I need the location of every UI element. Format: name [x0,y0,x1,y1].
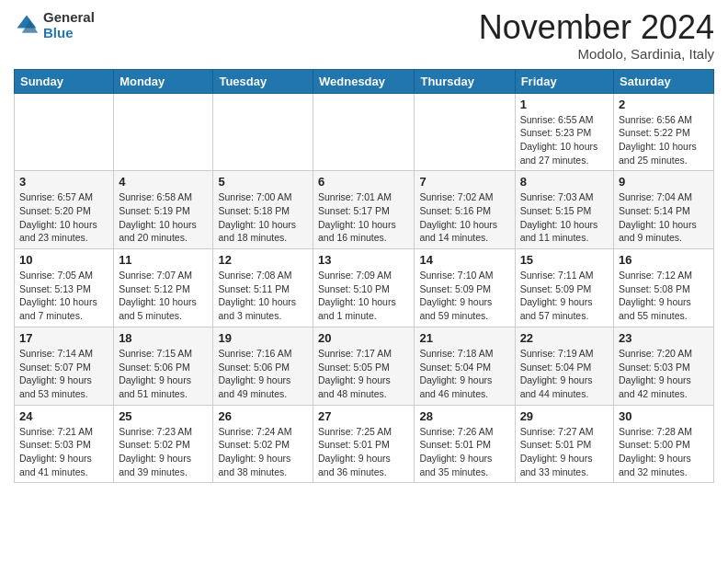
calendar-cell: 23Sunrise: 7:20 AM Sunset: 5:03 PM Dayli… [614,327,714,405]
calendar-cell: 15Sunrise: 7:11 AM Sunset: 5:09 PM Dayli… [515,249,613,327]
calendar-cell [213,93,313,171]
day-number: 13 [318,253,409,267]
day-number: 12 [218,253,308,267]
day-number: 18 [119,331,208,345]
day-info: Sunrise: 7:27 AM Sunset: 5:01 PM Dayligh… [520,425,609,479]
day-number: 10 [19,253,108,267]
day-info: Sunrise: 7:19 AM Sunset: 5:04 PM Dayligh… [520,347,609,401]
day-info: Sunrise: 7:11 AM Sunset: 5:09 PM Dayligh… [520,269,609,323]
day-header-tuesday: Tuesday [213,69,313,93]
page: General Blue November 2024 Modolo, Sardi… [0,0,728,497]
calendar-cell: 20Sunrise: 7:17 AM Sunset: 5:05 PM Dayli… [313,327,415,405]
calendar-week-row: 17Sunrise: 7:14 AM Sunset: 5:07 PM Dayli… [15,327,714,405]
calendar-week-row: 24Sunrise: 7:21 AM Sunset: 5:03 PM Dayli… [15,405,714,483]
day-info: Sunrise: 7:08 AM Sunset: 5:11 PM Dayligh… [218,269,308,323]
calendar-cell: 25Sunrise: 7:23 AM Sunset: 5:02 PM Dayli… [114,405,213,483]
day-number: 2 [619,98,709,111]
day-number: 8 [520,175,609,189]
day-info: Sunrise: 7:20 AM Sunset: 5:03 PM Dayligh… [619,347,709,401]
calendar-cell: 30Sunrise: 7:28 AM Sunset: 5:00 PM Dayli… [614,405,714,483]
calendar-header-row: SundayMondayTuesdayWednesdayThursdayFrid… [15,69,714,93]
day-info: Sunrise: 6:57 AM Sunset: 5:20 PM Dayligh… [19,190,108,245]
day-info: Sunrise: 6:55 AM Sunset: 5:23 PM Dayligh… [520,113,609,167]
day-number: 15 [520,253,609,267]
calendar-week-row: 10Sunrise: 7:05 AM Sunset: 5:13 PM Dayli… [15,249,714,327]
calendar-cell: 16Sunrise: 7:12 AM Sunset: 5:08 PM Dayli… [614,249,714,327]
day-info: Sunrise: 7:01 AM Sunset: 5:17 PM Dayligh… [318,190,409,245]
day-number: 3 [19,175,108,189]
day-header-wednesday: Wednesday [313,69,415,93]
day-number: 14 [419,253,509,267]
calendar-cell: 3Sunrise: 6:57 AM Sunset: 5:20 PM Daylig… [15,171,114,249]
calendar-cell: 11Sunrise: 7:07 AM Sunset: 5:12 PM Dayli… [114,249,213,327]
calendar-cell: 9Sunrise: 7:04 AM Sunset: 5:14 PM Daylig… [614,171,714,249]
day-info: Sunrise: 7:21 AM Sunset: 5:03 PM Dayligh… [19,425,108,479]
calendar-cell [114,93,213,171]
day-info: Sunrise: 7:23 AM Sunset: 5:02 PM Dayligh… [119,425,208,479]
title-block: November 2024 Modolo, Sardinia, Italy [479,9,714,62]
calendar-cell: 27Sunrise: 7:25 AM Sunset: 5:01 PM Dayli… [313,405,415,483]
logo-text: General Blue [43,9,95,40]
day-info: Sunrise: 7:24 AM Sunset: 5:02 PM Dayligh… [218,425,308,479]
day-info: Sunrise: 7:15 AM Sunset: 5:06 PM Dayligh… [119,347,208,401]
day-info: Sunrise: 7:04 AM Sunset: 5:14 PM Dayligh… [619,190,709,245]
calendar-cell: 22Sunrise: 7:19 AM Sunset: 5:04 PM Dayli… [515,327,613,405]
calendar-cell [313,93,415,171]
day-info: Sunrise: 7:10 AM Sunset: 5:09 PM Dayligh… [419,269,509,323]
calendar-cell: 12Sunrise: 7:08 AM Sunset: 5:11 PM Dayli… [213,249,313,327]
logo: General Blue [14,9,95,40]
day-number: 4 [119,175,208,189]
day-number: 28 [419,409,509,423]
calendar-week-row: 1Sunrise: 6:55 AM Sunset: 5:23 PM Daylig… [15,93,714,171]
calendar-cell: 4Sunrise: 6:58 AM Sunset: 5:19 PM Daylig… [114,171,213,249]
day-header-monday: Monday [114,69,213,93]
calendar-cell [415,93,515,171]
calendar-cell: 21Sunrise: 7:18 AM Sunset: 5:04 PM Dayli… [415,327,515,405]
day-info: Sunrise: 7:03 AM Sunset: 5:15 PM Dayligh… [520,190,609,245]
day-number: 6 [318,175,409,189]
day-info: Sunrise: 6:58 AM Sunset: 5:19 PM Dayligh… [119,190,208,245]
day-info: Sunrise: 6:56 AM Sunset: 5:22 PM Dayligh… [619,113,709,167]
header: General Blue November 2024 Modolo, Sardi… [14,9,714,62]
location: Modolo, Sardinia, Italy [479,46,714,62]
day-info: Sunrise: 7:28 AM Sunset: 5:00 PM Dayligh… [619,425,709,479]
day-header-saturday: Saturday [614,69,714,93]
calendar-cell: 13Sunrise: 7:09 AM Sunset: 5:10 PM Dayli… [313,249,415,327]
logo-blue: Blue [43,25,95,40]
day-number: 27 [318,409,409,423]
calendar-cell: 26Sunrise: 7:24 AM Sunset: 5:02 PM Dayli… [213,405,313,483]
calendar: SundayMondayTuesdayWednesdayThursdayFrid… [14,69,714,484]
calendar-cell: 17Sunrise: 7:14 AM Sunset: 5:07 PM Dayli… [15,327,114,405]
calendar-cell: 29Sunrise: 7:27 AM Sunset: 5:01 PM Dayli… [515,405,613,483]
day-info: Sunrise: 7:16 AM Sunset: 5:06 PM Dayligh… [218,347,308,401]
calendar-cell: 1Sunrise: 6:55 AM Sunset: 5:23 PM Daylig… [515,93,613,171]
day-number: 17 [19,331,108,345]
calendar-cell: 6Sunrise: 7:01 AM Sunset: 5:17 PM Daylig… [313,171,415,249]
day-number: 30 [619,409,709,423]
day-number: 20 [318,331,409,345]
day-info: Sunrise: 7:05 AM Sunset: 5:13 PM Dayligh… [19,269,108,323]
calendar-cell: 24Sunrise: 7:21 AM Sunset: 5:03 PM Dayli… [15,405,114,483]
calendar-cell: 18Sunrise: 7:15 AM Sunset: 5:06 PM Dayli… [114,327,213,405]
day-number: 1 [520,98,609,111]
calendar-week-row: 3Sunrise: 6:57 AM Sunset: 5:20 PM Daylig… [15,171,714,249]
day-header-sunday: Sunday [15,69,114,93]
day-number: 5 [218,175,308,189]
day-number: 23 [619,331,709,345]
day-number: 21 [419,331,509,345]
calendar-cell: 28Sunrise: 7:26 AM Sunset: 5:01 PM Dayli… [415,405,515,483]
calendar-cell: 2Sunrise: 6:56 AM Sunset: 5:22 PM Daylig… [614,93,714,171]
calendar-cell [15,93,114,171]
day-info: Sunrise: 7:00 AM Sunset: 5:18 PM Dayligh… [218,190,308,245]
day-number: 22 [520,331,609,345]
calendar-cell: 7Sunrise: 7:02 AM Sunset: 5:16 PM Daylig… [415,171,515,249]
day-number: 16 [619,253,709,267]
logo-general: General [43,9,95,25]
day-info: Sunrise: 7:26 AM Sunset: 5:01 PM Dayligh… [419,425,509,479]
day-info: Sunrise: 7:12 AM Sunset: 5:08 PM Dayligh… [619,269,709,323]
day-number: 11 [119,253,208,267]
calendar-cell: 19Sunrise: 7:16 AM Sunset: 5:06 PM Dayli… [213,327,313,405]
day-header-thursday: Thursday [415,69,515,93]
day-info: Sunrise: 7:09 AM Sunset: 5:10 PM Dayligh… [318,269,409,323]
calendar-cell: 5Sunrise: 7:00 AM Sunset: 5:18 PM Daylig… [213,171,313,249]
